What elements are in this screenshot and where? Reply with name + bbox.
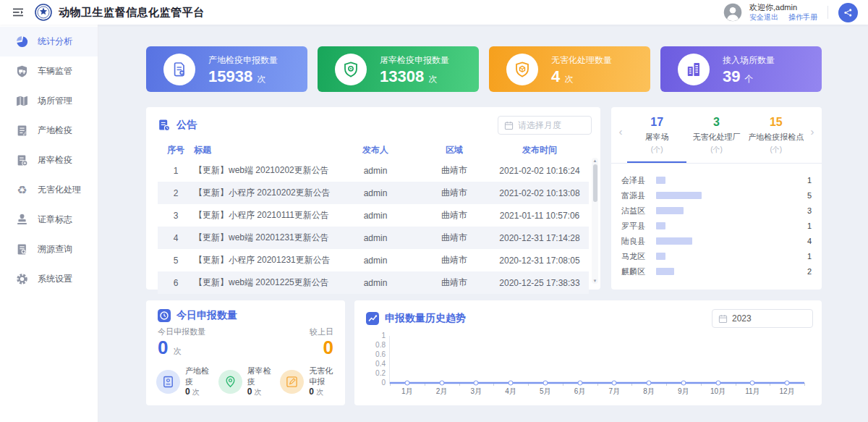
table-cell: 2020-12-25 17:38:33 (490, 271, 589, 294)
shield-box-icon (514, 61, 531, 78)
clock-icon (158, 309, 171, 322)
bar-category-label: 罗平县 (621, 221, 656, 232)
pie-chart-icon (16, 35, 28, 48)
sidebar-item-2[interactable]: 场所管理 (0, 86, 98, 116)
table-cell: 曲靖市 (418, 159, 490, 182)
facility-stat-1[interactable]: 3无害化处理厂(个) (686, 116, 746, 163)
column-header: 发布时间 (490, 140, 589, 159)
data-point-marker (509, 381, 514, 386)
table-row[interactable]: 2【更新】小程序 20210202更新公告admin曲靖市2021-02-02 … (158, 182, 589, 204)
table-scrollbar[interactable]: ▲▼ (592, 158, 598, 284)
trend-chart-icon (366, 312, 379, 325)
stat-card-value: 39 (723, 67, 740, 85)
bar (656, 222, 665, 229)
sidebar-item-label: 场所管理 (38, 95, 72, 107)
bar-row: 会泽县1 (621, 173, 812, 188)
announcement-icon (158, 119, 171, 132)
sidebar-item-8[interactable]: 系统设置 (0, 264, 98, 294)
table-row[interactable]: 4【更新】web端 20201231更新公告admin曲靖市2020-12-31… (158, 227, 589, 249)
logout-link[interactable]: 安全退出 (749, 13, 778, 22)
stat-card-unit: 个 (745, 74, 754, 84)
sidebar-item-4[interactable]: 屠宰检疫 (0, 145, 98, 175)
mini-stat-value: 0 次 (309, 387, 339, 398)
data-point-marker (612, 381, 617, 386)
buildings-icon (685, 61, 702, 78)
today-mini-stat-0: 产地检疫0 次 (156, 366, 216, 397)
table-row[interactable]: 3【更新】小程序 20210111更新公告admin曲靖市2021-01-11 … (158, 204, 589, 227)
table-cell: 【更新】小程序 20210111更新公告 (194, 204, 333, 227)
table-cell: 1 (158, 159, 194, 182)
avatar[interactable] (723, 3, 742, 22)
manual-link[interactable]: 操作手册 (788, 13, 817, 22)
trend-title: 申报数量历史趋势 (385, 312, 466, 325)
header-right: 欢迎你,admin 安全退出 操作手册 (723, 3, 858, 22)
table-cell: 【更新】小程序 20201231更新公告 (194, 249, 333, 271)
bar-value: 1 (799, 252, 812, 261)
x-axis-tick-label: 7月 (609, 387, 621, 397)
table-row[interactable]: 5【更新】小程序 20201231更新公告admin曲靖市2020-12-31 … (158, 249, 589, 271)
facility-bar-chart: 会泽县1富源县5沾益区3罗平县1陆良县4马龙区1麒麟区2 (611, 164, 822, 279)
today-title: 今日申报数量 (176, 309, 237, 322)
x-axis-tick-label: 10月 (710, 387, 726, 397)
platform-logo-icon (35, 4, 52, 21)
sidebar-item-1[interactable]: 车辆监管 (0, 56, 98, 86)
facility-stat-2[interactable]: 15产地检疫报检点(个) (746, 116, 806, 163)
table-row[interactable]: 1【更新】web端 20210202更新公告admin曲靖市2021-02-02… (158, 159, 589, 182)
year-picker-input[interactable] (732, 313, 807, 324)
bar (656, 253, 665, 260)
sidebar-item-6[interactable]: 证章标志 (0, 205, 98, 235)
facility-stat-label: 屠宰场 (627, 132, 686, 143)
calendar-icon (718, 314, 728, 324)
share-button[interactable] (838, 3, 858, 22)
month-picker[interactable] (498, 116, 592, 135)
facility-stat-0[interactable]: 17屠宰场(个) (627, 116, 686, 163)
column-header: 标题 (194, 140, 333, 159)
today-total-label: 今日申报数量 (158, 326, 205, 337)
bar-category-label: 会泽县 (621, 175, 656, 186)
today-mini-stats: 产地检疫0 次屠宰检疫0 次无害化申报0 次 (146, 358, 345, 397)
sidebar-item-label: 系统设置 (38, 273, 72, 285)
table-cell: 【更新】web端 20210202更新公告 (194, 159, 333, 182)
sidebar-item-0[interactable]: 统计分析 (0, 27, 98, 56)
table-cell: 2021-01-11 10:57:06 (490, 204, 589, 227)
stat-card-unit: 次 (428, 74, 437, 84)
sidebar-item-5[interactable]: ♻无害化处理 (0, 175, 98, 205)
facility-stat-unit: (个) (746, 145, 806, 155)
sidebar-item-7[interactable]: 溯源查询 (0, 235, 98, 264)
year-picker[interactable] (712, 309, 813, 328)
column-header: 发布人 (333, 140, 418, 159)
data-point-marker (647, 381, 652, 386)
pen-square-icon (285, 375, 299, 389)
table-row[interactable]: 6【更新】web端 20201225更新公告admin曲靖市2020-12-25… (158, 271, 589, 294)
announcements-table: 序号标题发布人区域发布时间 1【更新】web端 20210202更新公告admi… (158, 140, 589, 294)
facilities-panel: ‹ 17屠宰场(个)3无害化处理厂(个)15产地检疫报检点(个) › 会泽县1富… (611, 107, 822, 290)
table-cell: 2021-02-02 10:16:24 (490, 159, 589, 182)
facility-stat-value: 3 (686, 116, 746, 129)
data-point-marker (474, 381, 479, 386)
facility-stat-value: 15 (746, 116, 806, 129)
document-search-icon (16, 243, 28, 256)
collapse-menu-icon[interactable] (12, 6, 25, 19)
sidebar-item-label: 车辆监管 (38, 65, 72, 77)
id-card-icon (161, 375, 175, 389)
stat-card-1: 屠宰检疫申报数量13308 次 (318, 46, 479, 92)
stat-card-unit: 次 (564, 74, 573, 84)
mini-stat-label: 产地检疫 (185, 366, 216, 387)
shield-check-icon (342, 61, 359, 78)
table-cell: 3 (158, 204, 194, 227)
stamp-icon (16, 214, 28, 226)
sidebar-item-3[interactable]: 产地检疫 (0, 116, 98, 145)
recycle-icon: ♻ (16, 184, 28, 196)
bar-category-label: 陆良县 (621, 236, 656, 247)
mini-stat-label: 无害化申报 (309, 366, 339, 387)
facility-carousel: ‹ 17屠宰场(个)3无害化处理厂(个)15产地检疫报检点(个) › (611, 107, 822, 164)
bar-value: 4 (799, 237, 812, 245)
today-mini-stat-1: 屠宰检疫0 次 (218, 366, 278, 397)
month-picker-input[interactable] (518, 120, 585, 130)
carousel-prev-icon[interactable]: ‹ (614, 126, 627, 137)
stat-cards-row: 产地检疫申报数量15938 次屠宰检疫申报数量13308 次无害化处理数量4 次… (146, 46, 822, 92)
stat-card-unit: 次 (257, 74, 265, 84)
table-cell: 2020-12-31 17:08:05 (490, 249, 589, 271)
carousel-next-icon[interactable]: › (806, 126, 819, 137)
bar-row: 富源县5 (621, 188, 812, 203)
